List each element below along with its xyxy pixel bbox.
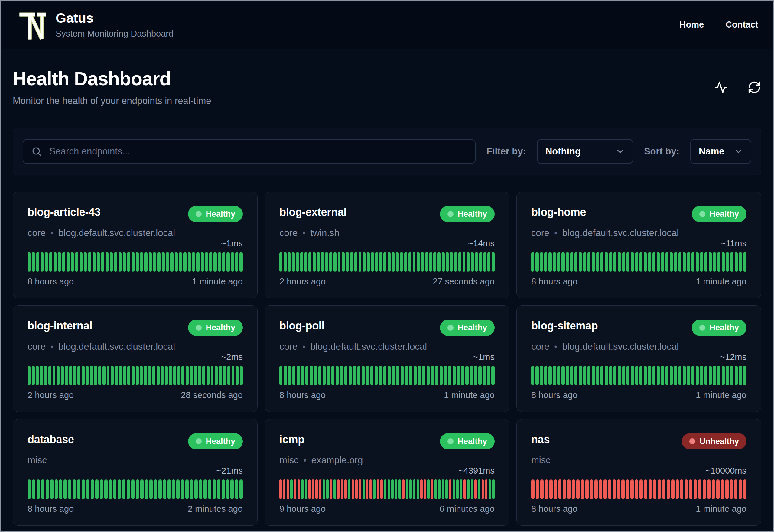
- status-bar-up: [561, 252, 564, 272]
- endpoint-card[interactable]: blog-external Healthy core • twin.sh ~14…: [265, 192, 509, 298]
- uptime-history-bars: [28, 479, 243, 499]
- status-bar-up: [28, 252, 31, 272]
- status-bar-up: [450, 252, 453, 272]
- status-bar-down: [635, 479, 638, 499]
- status-bar-up: [333, 252, 337, 272]
- status-bar-down: [576, 479, 580, 499]
- status-bar-up: [383, 252, 386, 272]
- status-bar-up: [53, 366, 56, 385]
- avg-response-time: ~2ms: [28, 352, 243, 362]
- status-bar-up: [32, 366, 35, 385]
- status-label: Healthy: [457, 209, 487, 219]
- status-bar-up: [354, 252, 357, 272]
- sort-select[interactable]: Name: [690, 139, 751, 164]
- status-bar-up: [730, 252, 733, 272]
- status-bar-up: [626, 366, 629, 385]
- endpoint-group: core: [531, 341, 549, 352]
- status-bar-up: [219, 366, 222, 385]
- status-bar-up: [100, 479, 103, 499]
- history-time-range: 8 hours ago 2 minutes ago: [28, 504, 243, 514]
- status-bar-up: [58, 252, 61, 272]
- status-bar-up: [696, 366, 699, 385]
- status-bar-up: [313, 252, 316, 272]
- status-bar-up: [363, 252, 366, 272]
- status-bar-down: [369, 479, 372, 499]
- status-bar-up: [65, 366, 68, 385]
- status-bar-down: [308, 479, 311, 499]
- status-bar-up: [400, 252, 403, 272]
- status-bar-up: [55, 479, 58, 499]
- status-bar-up: [566, 252, 569, 272]
- status-bar-up: [336, 366, 339, 385]
- status-bar-down: [319, 479, 321, 499]
- status-bar-up: [375, 252, 378, 272]
- status-label: Healthy: [457, 437, 487, 446]
- filter-select[interactable]: Nothing: [537, 139, 633, 164]
- status-dot-icon: [447, 325, 454, 331]
- status-bar-up: [186, 366, 189, 385]
- status-bar-up: [367, 252, 370, 272]
- status-bar-down: [613, 479, 616, 499]
- status-bar-up: [471, 252, 474, 272]
- endpoint-card[interactable]: blog-internal Healthy core • blog.defaul…: [13, 305, 258, 412]
- nav-link-contact[interactable]: Contact: [726, 20, 758, 30]
- status-bar-up: [548, 366, 551, 385]
- chevron-down-icon: [734, 147, 743, 156]
- status-bar-down: [599, 479, 602, 499]
- avg-response-time: ~1ms: [279, 352, 495, 362]
- history-time-range: 8 hours ago 1 minute ago: [531, 277, 746, 287]
- endpoint-card[interactable]: nas Unhealthy misc • ~10000ms 8 hours ag…: [516, 419, 761, 526]
- status-bar-up: [574, 252, 577, 272]
- status-bar-up: [192, 252, 195, 272]
- status-bar-up: [395, 479, 397, 499]
- status-bar-down: [590, 479, 593, 499]
- endpoint-card[interactable]: icmp Healthy misc • example.org ~4391ms …: [265, 419, 509, 526]
- status-bar-up: [239, 252, 242, 272]
- status-bar-up: [626, 252, 629, 272]
- status-bar-up: [194, 479, 198, 499]
- status-bar-up: [535, 366, 538, 385]
- endpoint-card[interactable]: blog-home Healthy core • blog.default.sv…: [516, 192, 761, 298]
- endpoint-card-header: blog-internal Healthy: [28, 320, 243, 336]
- status-bar-up: [136, 366, 139, 385]
- endpoint-card[interactable]: blog-poll Healthy core • blog.default.sv…: [265, 305, 509, 412]
- refresh-button[interactable]: [747, 80, 761, 94]
- status-bar-down: [558, 479, 562, 499]
- status-bar-up: [600, 252, 603, 272]
- status-bar-up: [445, 479, 448, 499]
- history-end-time: 1 minute ago: [696, 390, 746, 400]
- endpoint-name: blog-poll: [279, 320, 324, 332]
- status-bar-up: [86, 479, 89, 499]
- nav-link-home[interactable]: Home: [679, 20, 704, 30]
- status-label: Healthy: [206, 323, 235, 333]
- status-bar-up: [288, 366, 291, 385]
- status-bar-up: [123, 366, 126, 385]
- status-bar-up: [622, 366, 625, 385]
- endpoint-card[interactable]: database Healthy misc • ~21ms 8 hours ag…: [13, 419, 258, 526]
- status-bar-up: [363, 479, 365, 499]
- status-bar-up: [661, 252, 664, 272]
- status-bar-up: [140, 366, 143, 385]
- status-bar-down: [662, 479, 665, 499]
- status-bar-up: [41, 479, 44, 499]
- status-bar-up: [570, 366, 573, 385]
- status-bar-down: [667, 479, 670, 499]
- status-bar-up: [644, 252, 647, 272]
- activity-button[interactable]: [714, 80, 728, 94]
- status-bar-up: [59, 479, 62, 499]
- status-bar-down: [658, 479, 661, 499]
- status-bar-up: [726, 252, 729, 272]
- filter-select-value: Nothing: [545, 146, 581, 157]
- status-bar-up: [444, 366, 447, 385]
- search-box: [23, 139, 476, 164]
- endpoint-card[interactable]: blog-sitemap Healthy core • blog.default…: [516, 305, 761, 412]
- endpoint-card[interactable]: blog-article-43 Healthy core • blog.defa…: [13, 192, 258, 298]
- status-bar-up: [317, 252, 320, 272]
- status-bar-up: [713, 252, 716, 272]
- status-bar-up: [467, 479, 470, 499]
- status-bar-up: [223, 366, 226, 385]
- status-bar-up: [222, 252, 225, 272]
- status-bar-up: [475, 252, 478, 272]
- status-bar-up: [165, 366, 168, 385]
- search-input[interactable]: [49, 146, 467, 157]
